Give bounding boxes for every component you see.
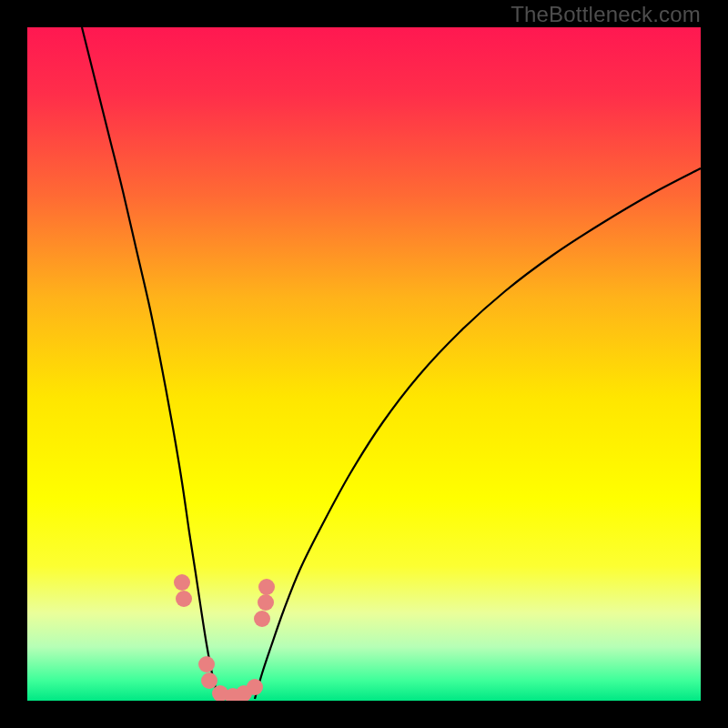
data-point xyxy=(254,611,270,627)
data-point xyxy=(247,679,263,695)
data-point xyxy=(174,574,190,591)
data-point xyxy=(198,656,215,672)
data-point xyxy=(258,594,274,611)
watermark-text: TheBottleneck.com xyxy=(511,2,701,27)
data-point xyxy=(258,579,275,595)
gradient-background xyxy=(27,27,701,701)
plot-area xyxy=(27,27,701,701)
data-point xyxy=(201,672,217,689)
chart-svg xyxy=(27,27,701,701)
data-point xyxy=(176,591,192,607)
chart-frame: TheBottleneck.com xyxy=(0,0,728,728)
